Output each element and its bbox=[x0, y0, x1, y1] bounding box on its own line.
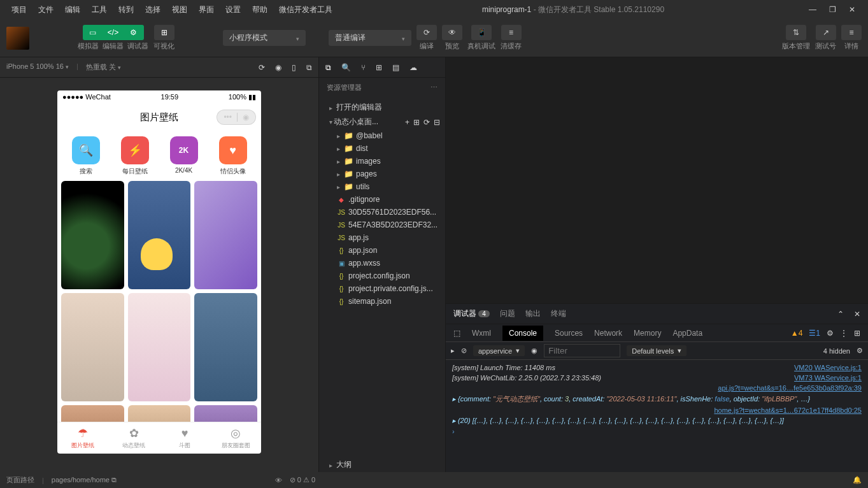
wallpaper-item[interactable] bbox=[128, 181, 191, 289]
editor-toggle[interactable]: </> bbox=[103, 25, 124, 40]
hidden-count[interactable]: 4 hidden bbox=[823, 347, 850, 355]
visibility-icon[interactable]: 👁 bbox=[275, 477, 282, 484]
explorer-more-icon[interactable]: ⋯ bbox=[430, 83, 438, 92]
eye-icon[interactable]: ◉ bbox=[531, 347, 537, 355]
menu-select[interactable]: 选择 bbox=[140, 2, 166, 18]
tab-sources[interactable]: Sources bbox=[555, 329, 583, 338]
tab-wxml[interactable]: Wxml bbox=[472, 329, 491, 338]
menu-settings[interactable]: 设置 bbox=[220, 2, 246, 18]
wallpaper-item[interactable] bbox=[61, 293, 124, 401]
clear-console-icon[interactable]: ⊘ bbox=[461, 347, 467, 355]
console-line[interactable]: [system] Launch Time: 11408 msVM20 WASer… bbox=[446, 362, 868, 373]
wallpaper-item[interactable] bbox=[128, 405, 191, 422]
console-prompt[interactable]: › bbox=[446, 426, 868, 436]
device-icon[interactable]: ▯ bbox=[292, 63, 296, 72]
new-file-icon[interactable]: + bbox=[405, 118, 409, 127]
notification-icon[interactable]: 🔔 bbox=[853, 476, 862, 484]
outer-tab-debugger[interactable]: 调试器 4 bbox=[453, 305, 490, 323]
clear-cache-button[interactable]: ≡ bbox=[501, 25, 522, 40]
console-line[interactable]: home.js?t=wechat&s=1…672c1e17ff4d8bd0:25 bbox=[446, 405, 868, 415]
tab-wallpaper[interactable]: ☂图片壁纸 bbox=[57, 422, 108, 454]
file-item[interactable]: {} project.private.config.js... bbox=[327, 282, 445, 295]
phone-simulator[interactable]: ●●●●● WeChat 19:59 100% ▮▮ 图片壁纸 •••◉ 🔍搜索… bbox=[57, 90, 261, 454]
test-account-button[interactable]: ↗ bbox=[816, 25, 836, 40]
outer-tab-problems[interactable]: 问题 bbox=[500, 305, 515, 323]
visualize-button[interactable]: ⊞ bbox=[154, 25, 174, 40]
capsule-button[interactable]: •••◉ bbox=[217, 110, 256, 125]
tab-network[interactable]: Network bbox=[594, 329, 622, 338]
settings-icon[interactable]: ⚙ bbox=[827, 329, 834, 338]
compile-button[interactable]: ⟳ bbox=[416, 25, 437, 40]
record-icon[interactable]: ◉ bbox=[275, 63, 281, 72]
console-line[interactable]: api.js?t=wechat&s=16…fe5e653b0a83f92a:39 bbox=[446, 383, 868, 393]
wallpaper-item[interactable] bbox=[194, 293, 257, 401]
wallpaper-item[interactable] bbox=[194, 405, 257, 422]
outer-tab-output[interactable]: 输出 bbox=[525, 305, 541, 323]
file-item[interactable]: ◆ .gitignore bbox=[327, 193, 445, 206]
tab-console[interactable]: Console bbox=[502, 326, 543, 341]
simulator-toggle[interactable]: ▭ bbox=[83, 25, 103, 40]
folder-images[interactable]: 📁 images bbox=[327, 155, 445, 168]
console-line[interactable]: [system] WeChatLib: 2.25.0 (2022.7.3 23:… bbox=[446, 373, 868, 383]
console-toggle-icon[interactable]: ▸ bbox=[451, 347, 455, 355]
tab-moments[interactable]: ◎朋友圈套图 bbox=[210, 422, 261, 454]
preview-button[interactable]: 👁 bbox=[442, 25, 462, 40]
file-item[interactable]: {} project.config.json bbox=[327, 269, 445, 282]
close-icon[interactable]: ✕ bbox=[849, 5, 855, 14]
file-item[interactable]: JS app.js bbox=[327, 231, 445, 244]
device-selector[interactable]: iPhone 5 100% 16 bbox=[6, 62, 69, 72]
hotreload-selector[interactable]: 热重载 关 bbox=[86, 62, 121, 72]
tab-dynamic[interactable]: ✿动态壁纸 bbox=[108, 422, 159, 454]
tab-memory[interactable]: Memory bbox=[634, 329, 661, 338]
menu-help[interactable]: 帮助 bbox=[247, 2, 273, 18]
outer-tab-terminal[interactable]: 终端 bbox=[551, 305, 566, 323]
outline-section[interactable]: 大纲 bbox=[319, 457, 445, 472]
icon-search[interactable]: 🔍搜索 bbox=[65, 136, 106, 176]
wallpaper-item[interactable] bbox=[61, 405, 124, 422]
details-button[interactable]: ≡ bbox=[841, 25, 862, 40]
menu-view[interactable]: 视图 bbox=[167, 2, 192, 18]
file-item[interactable]: JS 54E7A3B5D2023EDF32... bbox=[327, 219, 445, 231]
menu-goto[interactable]: 转到 bbox=[113, 2, 139, 18]
page-path[interactable]: pages/home/home ⧉ bbox=[52, 476, 117, 484]
folder-@babel[interactable]: 📁 @babel bbox=[327, 129, 445, 142]
tab-appdata[interactable]: AppData bbox=[672, 329, 702, 338]
tab-meme[interactable]: ♥斗图 bbox=[159, 422, 210, 454]
icon-2k4k[interactable]: 2K2K/4K bbox=[163, 136, 204, 176]
menu-interface[interactable]: 界面 bbox=[194, 2, 219, 18]
version-mgmt-button[interactable]: ⇅ bbox=[786, 25, 806, 40]
menu-wxdevtools[interactable]: 微信开发者工具 bbox=[274, 2, 338, 18]
icon-couple[interactable]: ♥情侣头像 bbox=[212, 136, 253, 176]
file-item[interactable]: ▣ app.wxss bbox=[327, 257, 445, 269]
file-item[interactable]: {} sitemap.json bbox=[327, 295, 445, 308]
wallpaper-item[interactable] bbox=[128, 293, 191, 401]
maximize-icon[interactable]: ❐ bbox=[829, 5, 836, 14]
menu-tools[interactable]: 工具 bbox=[87, 2, 112, 18]
explorer-tab-files[interactable]: ⧉ bbox=[325, 63, 331, 72]
file-item[interactable]: JS 30D55761D2023EDF56... bbox=[327, 206, 445, 219]
compile-mode-dropdown[interactable]: 普通编译 bbox=[329, 30, 411, 46]
folder-dist[interactable]: 📁 dist bbox=[327, 142, 445, 155]
float-icon[interactable]: ⧉ bbox=[306, 63, 312, 72]
new-folder-icon[interactable]: ⊞ bbox=[413, 118, 420, 127]
menu-project[interactable]: 项目 bbox=[6, 2, 32, 18]
console-line[interactable]: ▸ {comment: "元气动态壁纸", count: 3, createdA… bbox=[446, 393, 868, 405]
refresh-tree-icon[interactable]: ⟳ bbox=[423, 118, 430, 127]
filter-input[interactable] bbox=[544, 344, 620, 357]
explorer-tab-db[interactable]: ▤ bbox=[392, 63, 399, 72]
minimize-icon[interactable]: — bbox=[809, 5, 816, 14]
mode-dropdown[interactable]: 小程序模式 bbox=[223, 30, 306, 46]
menu-edit[interactable]: 编辑 bbox=[60, 2, 85, 18]
icon-daily[interactable]: ⚡每日壁纸 bbox=[114, 136, 155, 176]
context-select[interactable]: appservice ▾ bbox=[473, 345, 525, 356]
debugger-toggle[interactable]: ⚙ bbox=[124, 25, 144, 40]
explorer-tab-cloud[interactable]: ☁ bbox=[409, 63, 417, 72]
console-line[interactable]: ▸ (20) [{…}, {…}, {…}, {…}, {…}, {…}, {…… bbox=[446, 415, 868, 426]
devtools-close-icon[interactable]: ✕ bbox=[854, 310, 860, 319]
file-item[interactable]: {} app.json bbox=[327, 244, 445, 257]
levels-select[interactable]: Default levels ▾ bbox=[627, 345, 687, 356]
wallpaper-item[interactable] bbox=[61, 181, 124, 289]
refresh-icon[interactable]: ⟳ bbox=[259, 63, 265, 72]
inspect-icon[interactable]: ⬚ bbox=[453, 329, 460, 338]
editors-section[interactable]: 打开的编辑器 bbox=[319, 100, 445, 115]
